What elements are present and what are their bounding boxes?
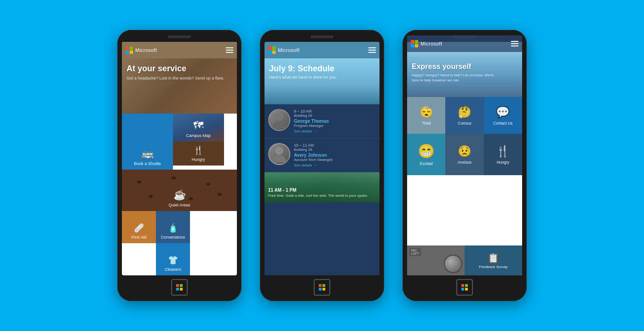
hero-title-1: At your service xyxy=(126,64,232,74)
tile-row-1: 🚌 Book a Shuttle 🗺 Campus Map 🍴 Hungry xyxy=(122,114,224,170)
microsoft-logo-3: Microsoft xyxy=(411,42,442,47)
svg-point-3 xyxy=(273,155,286,162)
hamburger-line xyxy=(226,50,233,51)
firstaid-icon: 🩹 xyxy=(134,223,144,233)
firstaid-label: First Aid xyxy=(132,235,147,240)
tile-row-3: 🩹 First Aid 🧴 Convenience 👕 Cleaners xyxy=(122,211,224,275)
phone-3: Microsoft Express yourself Happy? Hungry… xyxy=(402,30,527,301)
phone-2: Microsoft July 9: Schedule Here's what w… xyxy=(260,30,384,301)
app-header-3: Microsoft xyxy=(407,42,522,52)
hamburger-line xyxy=(511,46,518,46)
ms-logo-grid-2 xyxy=(268,46,276,54)
banner-time: 11 AM - 1 PM xyxy=(268,188,376,193)
emotion-tile-contact[interactable]: 💬 Contact Us xyxy=(484,97,522,134)
emotion-grid: 😴 Tired 🤔 Curious 💬 Contact Us 😁 Excited… xyxy=(407,97,522,245)
sched-time-1: 9 – 10 AM xyxy=(294,109,376,114)
emotion-tile-hungry[interactable]: 🍴 Hungry xyxy=(484,134,522,175)
sched-name-1: George Thomas xyxy=(294,119,376,124)
contact-label: Contact Us xyxy=(493,121,512,126)
cleaners-icon: 👕 xyxy=(168,255,178,265)
hamburger-line xyxy=(368,52,376,53)
sched-link-1[interactable]: See details → xyxy=(294,129,376,133)
hamburger-menu-1[interactable] xyxy=(226,47,233,53)
phone3-bottom: MICLEFT 📋 Feedback Survey xyxy=(407,245,522,275)
schedule-item-1[interactable]: 9 – 10 AM Building 26 George Thomas Prog… xyxy=(264,104,380,138)
hungry-label-3: Hungry xyxy=(497,160,509,165)
excited-label: Excited xyxy=(420,161,433,166)
schedule-item-2[interactable]: 10 – 11 AM Building 26 Avery Johnson Acc… xyxy=(264,138,380,172)
schedule-banner: 11 AM - 1 PM Free time. Grab a bite, sur… xyxy=(264,172,380,202)
schedule-info-2: 10 – 11 AM Building 26 Avery Johnson Acc… xyxy=(294,143,376,167)
mic-label: MICLEFT xyxy=(409,248,421,256)
phone-screen-2: Microsoft July 9: Schedule Here's what w… xyxy=(264,42,380,275)
excited-icon: 😁 xyxy=(418,143,435,159)
emotion-tile-excited[interactable]: 😁 Excited xyxy=(407,134,445,175)
ms-logo-green xyxy=(130,46,133,50)
map-icon: 🗺 xyxy=(193,120,203,131)
tile-hungry-1[interactable]: 🍴 Hungry xyxy=(173,142,224,166)
win-logo-yellow xyxy=(180,288,183,291)
hero-title-3: Express yourself xyxy=(412,62,518,71)
avatar-avery xyxy=(268,143,290,165)
phone-1: Microsoft At your service Got a headache… xyxy=(117,30,242,301)
hamburger-menu-2[interactable] xyxy=(368,47,376,53)
tile-shuttle[interactable]: 🚌 Book a Shuttle xyxy=(122,114,173,170)
shuttle-label: Book a Shuttle xyxy=(134,161,161,166)
tired-icon: 😴 xyxy=(420,106,433,119)
hamburger-line xyxy=(368,47,376,48)
curious-icon: 🤔 xyxy=(458,106,472,119)
audio-knob[interactable] xyxy=(444,255,462,273)
sched-loc-1: Building 26 xyxy=(294,114,376,118)
home-button-2[interactable] xyxy=(314,279,330,296)
microsoft-logo-2: Microsoft xyxy=(268,46,299,54)
cleaners-label: Cleaners xyxy=(165,267,181,272)
hamburger-menu-3[interactable] xyxy=(511,42,518,46)
schedule-title: July 9: Schedule xyxy=(269,64,375,74)
ms-logo-blue xyxy=(126,51,129,54)
feedback-icon: 📋 xyxy=(488,252,499,263)
emotion-tile-curious[interactable]: 🤔 Curious xyxy=(445,97,483,134)
ms-brand-name-1: Microsoft xyxy=(135,47,157,53)
hero-section-1: At your service Got a headache? Lost in … xyxy=(122,58,237,114)
schedule-subtitle: Here's what we have in store for you. xyxy=(269,75,375,80)
svg-point-2 xyxy=(275,147,283,155)
win-logo-red xyxy=(176,284,179,287)
sched-link-2[interactable]: See details → xyxy=(294,163,376,167)
emotion-tile-tired[interactable]: 😴 Tired xyxy=(407,97,445,134)
emotion-tile-anxious[interactable]: 😟 Anxious xyxy=(445,134,483,175)
anxious-icon: 😟 xyxy=(458,145,472,158)
tile-quiet-areas[interactable]: ☕ Quiet Areas xyxy=(122,170,237,211)
hamburger-line xyxy=(226,47,233,48)
app-header-1: Microsoft xyxy=(122,42,237,58)
feedback-panel[interactable]: 📋 Feedback Survey xyxy=(465,245,522,275)
home-button-1[interactable] xyxy=(171,279,188,296)
hungry-label-1: Hungry xyxy=(192,157,205,162)
windows-logo-1 xyxy=(176,284,183,291)
schedule-info-1: 9 – 10 AM Building 26 George Thomas Prog… xyxy=(294,109,376,133)
ms-logo-yellow xyxy=(130,51,133,54)
home-button-3[interactable] xyxy=(456,279,473,296)
phone-speaker-1 xyxy=(168,35,191,38)
hamburger-line xyxy=(511,43,518,44)
ms-logo-grid-3 xyxy=(411,42,418,47)
hungry-icon-3: 🍴 xyxy=(496,145,510,158)
mic-visual: MICLEFT xyxy=(407,245,465,275)
avatar-george xyxy=(268,109,290,131)
coffee-icon: ☕ xyxy=(173,189,186,201)
hamburger-line xyxy=(226,52,233,53)
svg-point-1 xyxy=(273,121,286,128)
tile-convenience[interactable]: 🧴 Convenience xyxy=(156,211,190,243)
tile-first-aid[interactable]: 🩹 First Aid xyxy=(122,211,156,243)
ms-logo-grid-1 xyxy=(126,46,133,54)
sched-role-2: Account Tech Strategist xyxy=(294,158,376,162)
tile-campus-map[interactable]: 🗺 Campus Map xyxy=(173,114,224,142)
person-silhouette-1 xyxy=(272,112,286,128)
phone-speaker-2 xyxy=(310,35,334,38)
svg-point-0 xyxy=(275,113,283,121)
shuttle-icon: 🚌 xyxy=(141,148,154,160)
sched-name-2: Avery Johnson xyxy=(294,153,376,158)
tile-cleaners[interactable]: 👕 Cleaners xyxy=(156,243,190,275)
contact-icon: 💬 xyxy=(496,106,510,119)
microsoft-logo-1: Microsoft xyxy=(126,46,157,54)
sched-role-1: Program Manager xyxy=(294,124,376,128)
